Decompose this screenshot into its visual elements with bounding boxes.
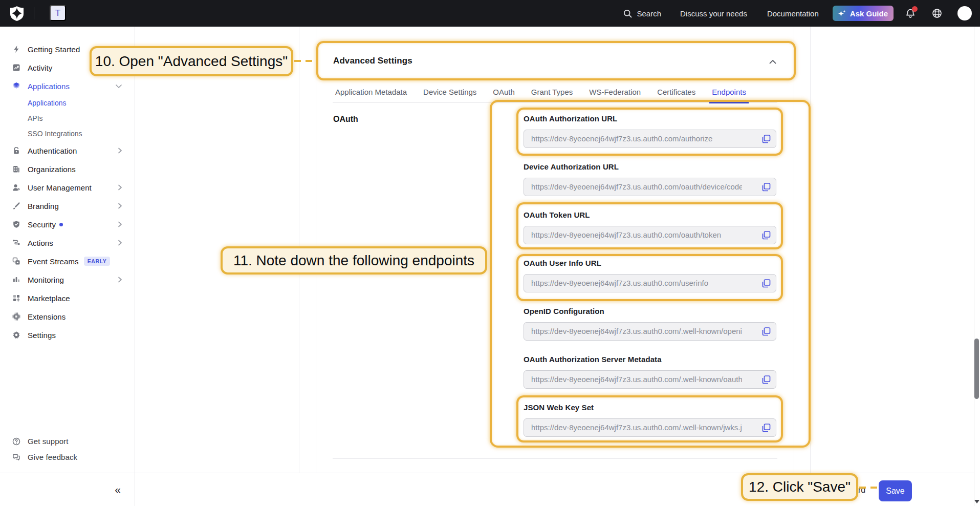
- copy-button-oauth-authorization-server-metadata[interactable]: [761, 375, 771, 385]
- connector-step-10: [294, 60, 316, 62]
- sidebar-footer-get-support[interactable]: Get support: [0, 433, 135, 449]
- field-input-oauth-user-info-url[interactable]: https://dev-8yeoenej64wjf7z3.us.auth0.co…: [524, 274, 776, 292]
- field-input-oauth-authorization-server-metadata[interactable]: https://dev-8yeoenej64wjf7z3.us.auth0.co…: [524, 370, 776, 389]
- security-new-dot: [59, 223, 63, 226]
- callout-step-11: 11. Note down the following endpoints: [221, 246, 487, 275]
- settings-icon: [12, 331, 20, 339]
- panel-bottom-divider: [333, 458, 777, 459]
- sidebar-item-settings[interactable]: Settings: [0, 326, 135, 344]
- copy-icon: [761, 134, 771, 144]
- field-value-device-authorization-url: https://dev-8yeoenej64wjf7z3.us.auth0.co…: [531, 178, 742, 196]
- field-value-json-web-key-set: https://dev-8yeoenej64wjf7z3.us.auth0.co…: [531, 419, 742, 436]
- copy-button-oauth-token-url[interactable]: [761, 230, 771, 240]
- chevron-right-icon: [118, 202, 122, 209]
- advanced-settings-title[interactable]: Advanced Settings: [333, 56, 412, 66]
- branding-icon: [12, 202, 20, 210]
- field-label-oauth-authorization-server-metadata: OAuth Authorization Server Metadata: [524, 355, 776, 364]
- help-icon: [12, 437, 20, 446]
- save-button[interactable]: Save: [879, 480, 912, 501]
- sidebar-footer-give-feedback[interactable]: Give feedback: [0, 449, 135, 465]
- sidebar-item-actions[interactable]: Actions: [0, 234, 135, 252]
- sidebar-item-extensions[interactable]: Extensions: [0, 307, 135, 326]
- tab-grant-types[interactable]: Grant Types: [529, 82, 575, 103]
- oauth-section-heading: OAuth: [333, 115, 358, 124]
- chevron-right-icon: [118, 184, 122, 191]
- avatar[interactable]: [957, 6, 972, 20]
- security-icon: [12, 220, 20, 228]
- chevron-down-icon: [115, 84, 122, 89]
- search-label: Search: [637, 9, 661, 18]
- sidebar-item-event-streams[interactable]: Event StreamsEARLY: [0, 252, 135, 270]
- tab-application-metadata[interactable]: Application Metadata: [333, 82, 409, 103]
- field-label-device-authorization-url: Device Authorization URL: [524, 163, 776, 171]
- sidebar-item-branding[interactable]: Branding: [0, 197, 135, 215]
- field-label-oauth-user-info-url: OAuth User Info URL: [524, 259, 776, 267]
- copy-icon: [761, 182, 771, 192]
- tab-certificates[interactable]: Certificates: [655, 82, 698, 103]
- sidebar-subitem-applications[interactable]: Applications: [0, 95, 135, 111]
- sidebar-item-security[interactable]: Security: [0, 215, 135, 234]
- activity-icon: [12, 64, 20, 72]
- discuss-your-needs-link[interactable]: Discuss your needs: [680, 9, 747, 18]
- content-right-outer-border: [810, 27, 811, 473]
- field-input-device-authorization-url[interactable]: https://dev-8yeoenej64wjf7z3.us.auth0.co…: [524, 178, 776, 196]
- field-json-web-key-set: JSON Web Key Sethttps://dev-8yeoenej64wj…: [524, 404, 776, 437]
- tenant-switcher[interactable]: T: [50, 5, 66, 21]
- actions-icon: [12, 239, 20, 247]
- sidebar-collapse-button[interactable]: «: [110, 481, 126, 498]
- tab-endpoints[interactable]: Endpoints: [709, 82, 749, 103]
- copy-button-oauth-authorization-url[interactable]: [761, 134, 771, 144]
- sidebar-item-user-management[interactable]: User Management: [0, 178, 135, 197]
- sidebar-item-applications[interactable]: Applications: [0, 77, 135, 95]
- tab-ws-federation[interactable]: WS-Federation: [586, 82, 643, 103]
- field-input-json-web-key-set[interactable]: https://dev-8yeoenej64wjf7z3.us.auth0.co…: [524, 418, 776, 437]
- user-management-icon: [12, 183, 20, 192]
- field-input-openid-configuration[interactable]: https://dev-8yeoenej64wjf7z3.us.auth0.co…: [524, 322, 776, 341]
- sidebar-item-monitoring[interactable]: Monitoring: [0, 270, 135, 289]
- sidebar-item-authentication[interactable]: Authentication: [0, 141, 135, 160]
- lightning-icon: [12, 45, 20, 53]
- sidebar-subitem-apis[interactable]: APIs: [0, 111, 135, 126]
- search-button[interactable]: Search: [623, 9, 661, 18]
- documentation-link[interactable]: Documentation: [767, 9, 819, 18]
- field-input-oauth-token-url[interactable]: https://dev-8yeoenej64wjf7z3.us.auth0.co…: [524, 226, 776, 244]
- sidebar: Getting StartedActivityApplicationsAppli…: [0, 27, 135, 506]
- sparkle-icon: [838, 9, 846, 18]
- chevron-right-icon: [118, 147, 122, 154]
- event-streams-icon: [12, 257, 20, 265]
- ask-guide-button[interactable]: Ask Guide: [833, 6, 894, 21]
- collapse-section-button[interactable]: [766, 55, 780, 68]
- chevron-right-icon: [118, 221, 122, 228]
- marketplace-icon: [12, 294, 20, 302]
- copy-button-device-authorization-url[interactable]: [761, 182, 771, 192]
- callout-step-10: 10. Open "Advanced Settings": [90, 46, 293, 76]
- field-openid-configuration: OpenID Configurationhttps://dev-8yeoenej…: [524, 307, 776, 341]
- sidebar-subitem-sso-integrations[interactable]: SSO Integrations: [0, 126, 135, 141]
- advanced-settings-tabs: Application MetadataDevice SettingsOAuth…: [333, 82, 777, 103]
- field-label-openid-configuration: OpenID Configuration: [524, 307, 776, 315]
- copy-button-json-web-key-set[interactable]: [761, 423, 771, 433]
- field-input-oauth-authorization-url[interactable]: https://dev-8yeoenej64wjf7z3.us.auth0.co…: [524, 130, 776, 148]
- field-device-authorization-url: Device Authorization URLhttps://dev-8yeo…: [524, 163, 776, 196]
- search-icon: [623, 9, 632, 18]
- scrollbar-thumb[interactable]: [974, 339, 979, 399]
- auth0-logo[interactable]: [10, 6, 24, 21]
- copy-button-oauth-user-info-url[interactable]: [761, 279, 771, 288]
- field-value-oauth-user-info-url: https://dev-8yeoenej64wjf7z3.us.auth0.co…: [531, 275, 742, 292]
- chevron-up-icon: [769, 59, 776, 64]
- scrollbar-track[interactable]: [974, 27, 980, 506]
- extensions-icon: [12, 312, 20, 321]
- sidebar-item-marketplace[interactable]: Marketplace: [0, 289, 135, 307]
- early-badge: EARLY: [84, 257, 111, 266]
- tab-device-settings[interactable]: Device Settings: [421, 82, 479, 103]
- field-label-json-web-key-set: JSON Web Key Set: [524, 404, 776, 412]
- topbar-divider: [34, 7, 34, 19]
- language-button[interactable]: [932, 8, 942, 18]
- scrollbar-down-arrow[interactable]: [974, 500, 979, 503]
- sidebar-nav: Getting StartedActivityApplicationsAppli…: [0, 40, 135, 344]
- copy-button-openid-configuration[interactable]: [761, 327, 771, 336]
- notifications-button[interactable]: [905, 8, 916, 19]
- sidebar-item-organizations[interactable]: Organizations: [0, 160, 135, 178]
- tab-oauth[interactable]: OAuth: [490, 82, 517, 103]
- globe-icon: [932, 8, 942, 18]
